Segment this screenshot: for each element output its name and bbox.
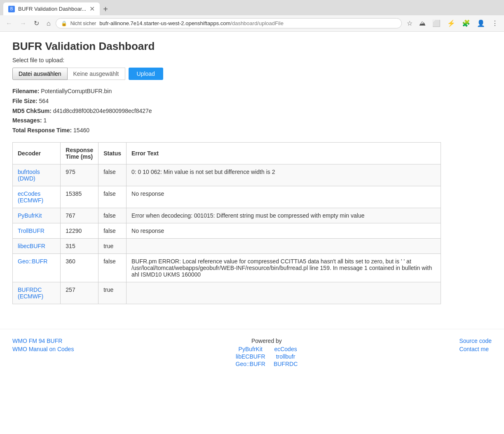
table-body: bufrtools (DWD) 975 false 0: 0 10 062: M… — [13, 164, 441, 304]
account-button[interactable]: 👤 — [474, 18, 488, 29]
bufrdc-link[interactable]: BUFRDC — [274, 361, 298, 367]
error-text-cell: 0: 0 10 062: Min value is not set but di… — [127, 164, 441, 186]
nav-right-icons: ☆ ⛰ ⬜ ⚡ 🧩 👤 ⋮ — [404, 18, 501, 29]
tab-close-button[interactable]: ✕ — [89, 5, 95, 13]
url-host: bufr-allinone.7e14.starter-us-west-2.ope… — [99, 20, 230, 26]
new-tab-button[interactable]: + — [100, 5, 111, 14]
error-text-cell — [127, 282, 441, 304]
decoder-cell[interactable]: BUFRDC (ECMWF) — [13, 282, 61, 304]
filename-row: Filename: PotentiallyCorruptBUFR.bin — [12, 87, 441, 96]
table-row: TrollBUFR 12290 false No response — [13, 223, 441, 238]
md5-row: MD5 ChkSum: d41d8cd98f00b204e9800998ecf8… — [12, 106, 441, 116]
libecbufr-link[interactable]: libECBUFR — [236, 353, 265, 360]
col-error-text: Error Text — [127, 142, 441, 164]
status-cell: false — [98, 186, 127, 208]
error-text-cell: No response — [127, 223, 441, 238]
response-time-cell: 360 — [61, 253, 98, 282]
browser-chrome: B BUFR Validation Dashboar... ✕ + ← → ↻ … — [0, 0, 504, 32]
file-name-display: Keine ausgewählt — [68, 68, 125, 80]
geobufr-link[interactable]: Geo::BUFR — [236, 361, 265, 367]
error-text-cell: No response — [127, 186, 441, 208]
status-cell: false — [98, 253, 127, 282]
address-url: bufr-allinone.7e14.starter-us-west-2.ope… — [99, 20, 396, 26]
choose-file-button[interactable]: Datei auswählen — [12, 68, 68, 80]
status-cell: false — [98, 164, 127, 186]
url-path: /dashboard/uploadFile — [230, 20, 284, 26]
page-title: BUFR Validation Dashboard — [12, 40, 441, 53]
response-time-row: Total Response Time: 15460 — [12, 126, 441, 136]
response-time-cell: 767 — [61, 208, 98, 223]
messages-row: Messages: 1 — [12, 116, 441, 126]
status-cell: true — [98, 282, 127, 304]
wmo-fm-94-link[interactable]: WMO FM 94 BUFR — [12, 338, 74, 344]
status-cell: false — [98, 223, 127, 238]
response-time-cell: 315 — [61, 238, 98, 253]
decoder-link[interactable]: TrollBUFR — [18, 228, 45, 234]
wmo-manual-link[interactable]: WMO Manual on Codes — [12, 346, 74, 352]
home-button[interactable]: ⌂ — [44, 18, 53, 29]
decoder-link[interactable]: libecBUFR — [18, 243, 45, 249]
decoder-cell[interactable]: bufrtools (DWD) — [13, 164, 61, 186]
upload-button[interactable]: Upload — [129, 68, 163, 80]
table-row: bufrtools (DWD) 975 false 0: 0 10 062: M… — [13, 164, 441, 186]
decoder-link[interactable]: bufrtools (DWD) — [18, 169, 40, 182]
response-time-cell: 257 — [61, 282, 98, 304]
extensions-button[interactable]: 🧩 — [459, 18, 473, 29]
source-code-link[interactable]: Source code — [459, 338, 492, 344]
footer-center-links: PyBufrKit ecCodes libECBUFR trollbufr Ge… — [236, 346, 298, 367]
decoder-link[interactable]: ecCodes (ECMWF) — [18, 190, 43, 204]
page-content: BUFR Validation Dashboard Select file to… — [0, 32, 453, 325]
decoder-cell[interactable]: ecCodes (ECMWF) — [13, 186, 61, 208]
active-tab[interactable]: B BUFR Validation Dashboar... ✕ — [3, 2, 100, 15]
decoder-cell[interactable]: PyBufrKit — [13, 208, 61, 223]
powered-by-label: Powered by — [236, 338, 298, 344]
lock-icon: 🔒 — [61, 21, 67, 26]
results-table: Decoder ResponseTime (ms) Status Error T… — [12, 142, 441, 304]
pybufrkit-link[interactable]: PyBufrKit — [236, 346, 265, 352]
nav-bar: ← → ↻ ⌂ 🔒 Nicht sicher bufr-allinone.7e1… — [0, 15, 504, 31]
upload-label: Select file to upload: — [12, 57, 441, 63]
response-time-cell: 975 — [61, 164, 98, 186]
bookmark-button[interactable]: ☆ — [404, 18, 415, 29]
response-time-cell: 15385 — [61, 186, 98, 208]
error-text-cell: BUFR.pm ERROR: Local reference value for… — [127, 253, 441, 282]
tab-favicon: B — [8, 6, 15, 12]
footer-center: Powered by PyBufrKit ecCodes libECBUFR t… — [236, 338, 298, 367]
contact-link[interactable]: Contact me — [459, 346, 492, 352]
forward-button[interactable]: → — [17, 18, 29, 29]
col-decoder: Decoder — [13, 142, 61, 164]
upload-section: Datei auswählen Keine ausgewählt Upload — [12, 68, 441, 80]
status-cell: true — [98, 238, 127, 253]
error-text-cell — [127, 238, 441, 253]
decoder-cell[interactable]: TrollBUFR — [13, 223, 61, 238]
reader-button[interactable]: ⛰ — [417, 18, 428, 29]
filesize-row: File Size: 564 — [12, 96, 441, 106]
table-row: ecCodes (ECMWF) 15385 false No response — [13, 186, 441, 208]
address-bar[interactable]: 🔒 Nicht sicher bufr-allinone.7e14.starte… — [56, 18, 402, 28]
decoder-cell[interactable]: Geo::BUFR — [13, 253, 61, 282]
tab-title: BUFR Validation Dashboar... — [18, 6, 86, 12]
tab-bar: B BUFR Validation Dashboar... ✕ + — [0, 0, 504, 15]
status-cell: false — [98, 208, 127, 223]
menu-button[interactable]: ⋮ — [489, 18, 501, 29]
sync-button[interactable]: ⚡ — [445, 18, 458, 29]
table-row: Geo::BUFR 360 false BUFR.pm ERROR: Local… — [13, 253, 441, 282]
decoder-link[interactable]: BUFRDC (ECMWF) — [18, 286, 43, 300]
trollbufr-link[interactable]: trollbufr — [274, 353, 298, 360]
decoder-link[interactable]: Geo::BUFR — [18, 258, 47, 265]
screenshot-button[interactable]: ⬜ — [430, 18, 443, 29]
file-info: Filename: PotentiallyCorruptBUFR.bin Fil… — [12, 87, 441, 136]
decoder-link[interactable]: PyBufrKit — [18, 212, 42, 219]
footer: WMO FM 94 BUFR WMO Manual on Codes Power… — [0, 329, 504, 375]
table-row: BUFRDC (ECMWF) 257 true — [13, 282, 441, 304]
eccodes-link[interactable]: ecCodes — [274, 346, 298, 352]
decoder-cell[interactable]: libecBUFR — [13, 238, 61, 253]
reload-button[interactable]: ↻ — [31, 18, 42, 29]
error-text-cell: Error when decodecing: 001015: Different… — [127, 208, 441, 223]
footer-right: Source code Contact me — [459, 338, 492, 367]
file-input-wrapper: Datei auswählen Keine ausgewählt — [12, 68, 125, 80]
col-status: Status — [98, 142, 127, 164]
table-row: libecBUFR 315 true — [13, 238, 441, 253]
footer-left: WMO FM 94 BUFR WMO Manual on Codes — [12, 338, 74, 367]
back-button[interactable]: ← — [3, 18, 15, 29]
